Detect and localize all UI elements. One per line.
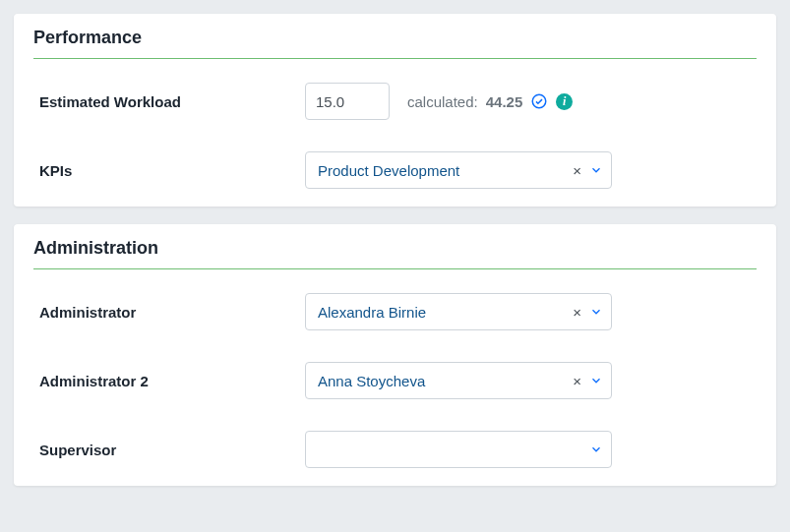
admin1-value: Alexandra Birnie [318,304,569,321]
chevron-down-icon[interactable] [589,443,603,456]
calculated-value: 44.25 [486,93,523,110]
kpis-value: Product Development [318,162,569,179]
divider [33,58,757,59]
check-circle-icon[interactable] [530,92,548,110]
row-admin2: Administrator 2 Anna Stoycheva × [33,362,757,399]
admin1-select[interactable]: Alexandra Birnie × [305,293,612,330]
administration-title: Administration [33,224,757,268]
administration-panel: Administration Administrator Alexandra B… [14,224,776,486]
workload-label: Estimated Workload [33,93,305,110]
workload-input[interactable] [305,83,390,120]
admin2-value: Anna Stoycheva [318,373,569,389]
row-workload: Estimated Workload calculated: 44.25 i [33,83,757,120]
admin1-label: Administrator [33,304,305,321]
info-icon[interactable]: i [556,93,573,110]
kpis-select[interactable]: Product Development × [305,151,612,189]
row-kpis: KPIs Product Development × [33,151,757,189]
admin2-select[interactable]: Anna Stoycheva × [305,362,612,399]
divider [33,268,757,269]
calculated-block: calculated: 44.25 i [407,92,573,110]
chevron-down-icon[interactable] [589,163,603,177]
performance-title: Performance [33,14,757,58]
supervisor-label: Supervisor [33,442,305,458]
admin2-label: Administrator 2 [33,373,305,389]
kpis-label: KPIs [33,162,305,179]
clear-icon[interactable]: × [569,163,585,178]
chevron-down-icon[interactable] [589,305,603,319]
performance-panel: Performance Estimated Workload calculate… [14,14,776,207]
calculated-label: calculated: [407,93,478,110]
chevron-down-icon[interactable] [589,374,603,387]
row-supervisor: Supervisor [33,431,757,468]
clear-icon[interactable]: × [569,305,585,320]
row-admin1: Administrator Alexandra Birnie × [33,293,757,330]
supervisor-select[interactable] [305,431,612,468]
clear-icon[interactable]: × [569,374,585,388]
svg-point-0 [533,94,547,108]
